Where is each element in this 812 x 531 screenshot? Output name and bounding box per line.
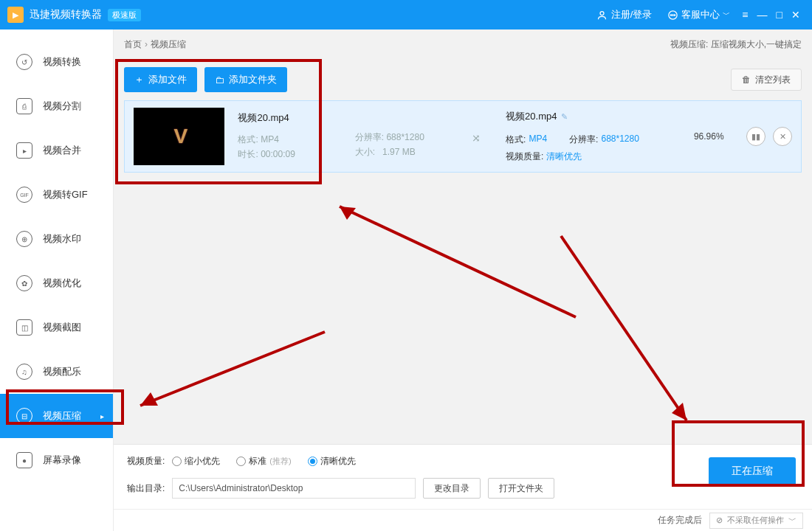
sidebar-item-watermark[interactable]: ⊕视频水印	[0, 217, 113, 261]
close-button[interactable]: ✕	[791, 9, 800, 21]
output-quality: 视频质量:清晰优先	[506, 150, 671, 163]
radio-standard[interactable]: 标准(推荐)	[236, 455, 291, 468]
toolbar: ＋添加文件 🗀添加文件夹 🗑清空列表	[114, 59, 812, 100]
clear-list-button[interactable]: 🗑清空列表	[731, 69, 802, 91]
after-task-label: 任务完成后	[658, 514, 702, 527]
svg-point-0	[600, 11, 604, 15]
app-logo-icon	[7, 7, 24, 23]
login-link[interactable]: 注册/登录	[596, 8, 653, 21]
edition-badge: 极速版	[108, 9, 141, 21]
page-tip: 视频压缩: 压缩视频大小,一键搞定	[670, 38, 802, 51]
quality-row: 视频质量: 缩小优先 标准(推荐) 清晰优先	[127, 455, 799, 468]
sidebar-item-label: 视频合并	[43, 144, 81, 157]
sidebar-item-label: 视频优化	[43, 277, 81, 290]
app-title: 迅捷视频转换器	[30, 8, 102, 21]
sidebar-item-record[interactable]: ●屏幕录像	[0, 438, 113, 482]
sidebar-item-label: 视频转GIF	[43, 188, 88, 201]
sidebar-item-label: 视频分割	[43, 100, 81, 113]
outdir-field[interactable]: C:\Users\Administrator\Desktop	[172, 478, 416, 499]
bottom-panel: 视频质量: 缩小优先 标准(推荐) 清晰优先 输出目录: C:\Users\Ad…	[114, 444, 812, 509]
trash-icon: 🗑	[742, 74, 751, 85]
support-label: 客服中心	[681, 8, 720, 21]
sidebar-item-split[interactable]: ⎙视频分割	[0, 84, 113, 128]
chevron-down-icon: ﹀	[723, 10, 730, 20]
login-label: 注册/登录	[611, 8, 653, 21]
convert-icon: ↺	[16, 54, 32, 70]
main-area: 首页 › 视频压缩 视频压缩: 压缩视频大小,一键搞定 ＋添加文件 🗀添加文件夹…	[114, 30, 812, 531]
source-size: 大小: 1.97 MB	[355, 145, 458, 159]
breadcrumb-root[interactable]: 首页	[124, 38, 142, 51]
support-link[interactable]: 客服中心 ﹀	[667, 8, 730, 21]
source-format: 格式: MP4	[238, 132, 341, 147]
watermark-icon: ⊕	[16, 231, 32, 247]
compress-button[interactable]: 正在压缩	[709, 457, 796, 485]
sidebar-item-gif[interactable]: GIF视频转GIF	[0, 173, 113, 217]
file-row[interactable]: V 视频20.mp4 格式: MP4 时长: 00:00:09 分辨率: 688…	[124, 100, 802, 173]
file-list: V 视频20.mp4 格式: MP4 时长: 00:00:09 分辨率: 688…	[114, 100, 812, 444]
progress-percent: 96.96%	[685, 131, 733, 142]
record-icon: ●	[16, 452, 32, 468]
after-task-dropdown[interactable]: ⊘不采取任何操作﹀	[709, 513, 803, 529]
folder-icon: 🗀	[215, 74, 224, 86]
sidebar-item-convert[interactable]: ↺视频转换	[0, 40, 113, 84]
output-resolution: 分辨率:688*1280	[569, 133, 639, 146]
pause-button[interactable]: ▮▮	[746, 127, 765, 146]
sidebar-item-label: 视频截图	[43, 321, 81, 334]
breadcrumb-bar: 首页 › 视频压缩 视频压缩: 压缩视频大小,一键搞定	[114, 30, 812, 59]
change-dir-button[interactable]: 更改目录	[423, 478, 481, 499]
svg-point-3	[672, 14, 673, 15]
source-filename: 视频20.mp4	[238, 111, 341, 125]
sidebar-item-merge[interactable]: ▸视频合并	[0, 128, 113, 173]
edit-name-icon[interactable]: ✎	[561, 112, 568, 122]
minimize-button[interactable]: —	[757, 9, 768, 21]
radio-clear-first[interactable]: 清晰优先	[308, 455, 356, 468]
sidebar-item-label: 视频配乐	[43, 365, 81, 378]
add-folder-button[interactable]: 🗀添加文件夹	[204, 67, 287, 92]
music-icon: ♫	[16, 364, 32, 380]
split-icon: ⎙	[16, 98, 32, 114]
sidebar-item-music[interactable]: ♫视频配乐	[0, 350, 113, 394]
user-icon	[596, 9, 608, 21]
gif-icon: GIF	[16, 187, 32, 203]
breadcrumb-current: 视频压缩	[151, 38, 186, 51]
titlebar: 迅捷视频转换器 极速版 注册/登录 客服中心 ﹀ ≡ — □ ✕	[0, 0, 812, 30]
output-format: 格式:MP4	[506, 133, 547, 146]
sidebar-item-label: 视频压缩	[43, 409, 81, 423]
chat-icon	[667, 9, 678, 21]
sidebar-item-screenshot[interactable]: ◫视频截图	[0, 305, 113, 350]
sidebar-item-compress[interactable]: ⊟视频压缩▸	[0, 394, 113, 438]
video-thumbnail: V	[134, 108, 224, 165]
sidebar-item-label: 视频转换	[43, 55, 81, 69]
optimize-icon: ✿	[16, 275, 32, 291]
block-icon: ⊘	[716, 516, 723, 525]
add-file-button[interactable]: ＋添加文件	[124, 67, 197, 92]
remove-button[interactable]: ✕	[773, 127, 792, 146]
breadcrumb-separator: ›	[145, 39, 148, 49]
merge-icon: ▸	[16, 142, 32, 159]
source-resolution: 分辨率: 688*1280	[355, 130, 458, 145]
plus-icon: ＋	[134, 73, 144, 86]
svg-point-2	[670, 14, 671, 15]
chevron-down-icon: ﹀	[788, 515, 796, 526]
compress-icon: ⊟	[16, 408, 32, 424]
quality-label: 视频质量:	[127, 455, 165, 468]
sidebar-item-optimize[interactable]: ✿视频优化	[0, 261, 113, 305]
maximize-button[interactable]: □	[777, 9, 782, 21]
screenshot-icon: ◫	[16, 319, 32, 336]
radio-small-first[interactable]: 缩小优先	[172, 455, 220, 468]
open-folder-button[interactable]: 打开文件夹	[488, 478, 554, 499]
settings-icon[interactable]: ≡	[742, 9, 748, 21]
sidebar-item-label: 视频水印	[43, 232, 81, 246]
footer: 任务完成后 ⊘不采取任何操作﹀	[114, 509, 812, 531]
output-filename: 视频20.mp4✎	[506, 110, 671, 123]
sidebar: ↺视频转换 ⎙视频分割 ▸视频合并 GIF视频转GIF ⊕视频水印 ✿视频优化 …	[0, 30, 114, 531]
sidebar-item-label: 屏幕录像	[43, 454, 81, 467]
svg-point-4	[674, 14, 675, 15]
outdir-row: 输出目录: C:\Users\Administrator\Desktop 更改目…	[127, 478, 799, 499]
chevron-right-icon: ▸	[100, 412, 104, 420]
shuffle-icon[interactable]: ⤨	[472, 132, 492, 144]
source-duration: 时长: 00:00:09	[238, 147, 341, 162]
outdir-label: 输出目录:	[127, 482, 165, 495]
